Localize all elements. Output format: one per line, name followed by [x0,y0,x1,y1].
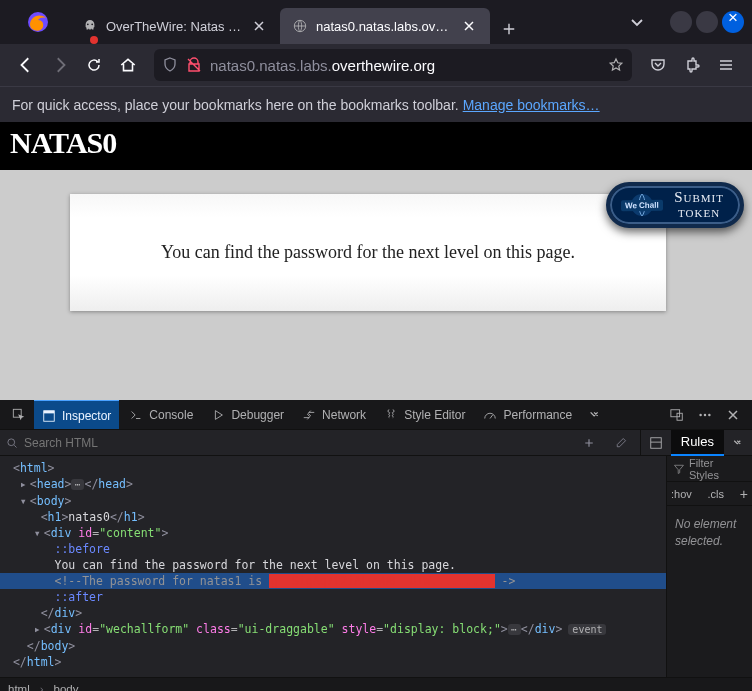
svg-point-11 [8,438,15,445]
forward-button[interactable] [44,49,76,81]
add-rule-icon[interactable]: + [740,486,748,502]
dom-tree[interactable]: <html> ▸<head>⋯</head> ▾<body> <h1>natas… [0,456,666,677]
tab-inspector[interactable]: Inspector [34,399,119,429]
submit-token-button[interactable]: We Chall Submit token [606,182,744,228]
close-tab-icon[interactable] [460,17,478,35]
app-menu-button[interactable] [710,49,742,81]
svg-point-10 [708,413,710,415]
back-button[interactable] [10,49,42,81]
add-node-icon[interactable] [576,430,602,456]
svg-rect-5 [44,410,55,413]
responsive-mode-icon[interactable] [664,402,690,428]
url-text: natas0.natas.labs.overthewire.org [210,57,600,74]
firefox-logo-icon [24,8,52,36]
devtools-panel: Inspector Console Debugger Network Style… [0,400,752,691]
close-tab-icon[interactable] [250,17,268,35]
pseudo-class-row: :hov .cls + [667,482,752,506]
rules-sidepanel: Filter Styles :hov .cls + No element sel… [666,456,752,677]
content-text: You can find the password for the next l… [90,242,646,263]
page-header: NATAS0 [0,122,752,170]
wechall-globe-icon: We Chall [620,188,664,222]
skull-favicon-icon [82,18,98,34]
devtools-close-icon[interactable] [720,402,746,428]
devtools-main: <html> ▸<head>⋯</head> ▾<body> <h1>natas… [0,456,752,677]
tab-strip: OverTheWire: Natas Leve natas0.natas.lab… [64,0,622,44]
window-minimize-button[interactable] [670,11,692,33]
insecure-lock-icon[interactable] [186,57,202,73]
crumb-body[interactable]: body [54,683,79,692]
submit-token-label: Submit token [674,190,724,220]
breadcrumb: html › body [0,677,752,691]
tab-label: OverTheWire: Natas Leve [106,19,242,34]
list-all-tabs-button[interactable] [622,7,652,37]
tab-label: natas0.natas.labs.overthewir [316,19,452,34]
rules-tab[interactable]: Rules [671,430,724,456]
extensions-button[interactable] [676,49,708,81]
chevron-right-icon: › [40,683,44,692]
pocket-button[interactable] [642,49,674,81]
reload-button[interactable] [78,49,110,81]
titlebar-right [622,7,752,37]
devtools-menu-icon[interactable] [692,402,718,428]
search-icon [6,437,18,449]
tab-overthewire[interactable]: OverTheWire: Natas Leve [70,8,280,44]
devtools-toolbar: Rules [0,430,752,456]
svg-rect-12 [651,437,662,448]
cls-toggle[interactable]: .cls [708,488,725,500]
new-tab-button[interactable] [494,14,524,44]
tab-overflow-icon[interactable] [582,402,608,428]
content-card: You can find the password for the next l… [70,194,666,311]
browser-titlebar: OverTheWire: Natas Leve natas0.natas.lab… [0,0,752,44]
devtools-tabbar: Inspector Console Debugger Network Style… [0,400,752,430]
bookmarks-toolbar: For quick access, place your bookmarks h… [0,86,752,122]
hov-toggle[interactable]: :hov [671,488,692,500]
window-close-button[interactable] [722,11,744,33]
tab-debugger[interactable]: Debugger [203,400,292,430]
bookmarks-hint: For quick access, place your bookmarks h… [12,97,459,113]
layout-panel-icon[interactable] [641,430,671,456]
svg-point-9 [704,413,706,415]
home-button[interactable] [112,49,144,81]
no-element-selected: No element selected. [667,506,752,560]
inspector-picker-icon[interactable] [6,402,32,428]
tab-style-editor[interactable]: Style Editor [376,400,473,430]
tab-performance[interactable]: Performance [475,400,580,430]
tab-natas0[interactable]: natas0.natas.labs.overthewir [280,8,490,44]
tab-network[interactable]: Network [294,400,374,430]
filter-styles-row[interactable]: Filter Styles [667,456,752,482]
globe-favicon-icon [292,18,308,34]
navigation-toolbar: natas0.natas.labs.overthewire.org [0,44,752,86]
search-html-input[interactable] [24,436,570,450]
url-bar[interactable]: natas0.natas.labs.overthewire.org [154,49,632,81]
crumb-html[interactable]: html [8,683,30,692]
window-maximize-button[interactable] [696,11,718,33]
page-content: NATAS0 You can find the password for the… [0,122,752,400]
page-body: You can find the password for the next l… [0,170,752,400]
tab-console[interactable]: Console [121,400,201,430]
svg-point-8 [699,413,701,415]
eyedropper-icon[interactable] [608,430,634,456]
shield-icon[interactable] [162,57,178,73]
bookmark-star-icon[interactable] [608,57,624,73]
rules-overflow-icon[interactable] [724,430,752,456]
wechall-banner: We Chall [621,199,663,211]
selected-dom-node[interactable]: <!--The password for natas1 is g SigAq7t… [0,573,666,589]
page-title: NATAS0 [10,126,742,160]
manage-bookmarks-link[interactable]: Manage bookmarks… [463,97,600,113]
